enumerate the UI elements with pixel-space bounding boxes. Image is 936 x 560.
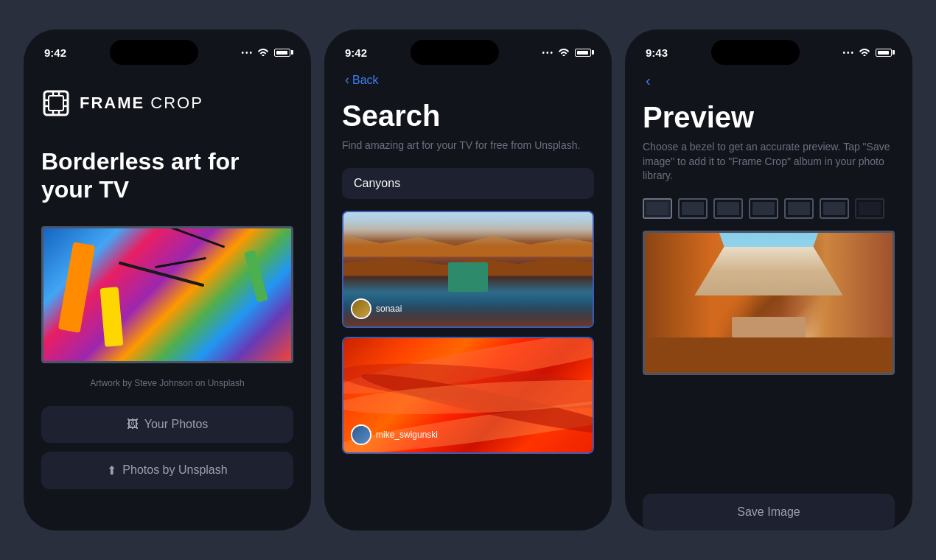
- phone-search: 9:42 ••• ‹ Back Search Find amazing art …: [324, 29, 612, 531]
- phone-preview: 9:43 ••• ‹ Preview Choose a bezel to get…: [625, 29, 912, 531]
- canyon-path: [732, 317, 806, 338]
- search-subtitle: Find amazing art for your TV for free fr…: [342, 139, 594, 153]
- photos-icon: 🖼: [127, 418, 139, 431]
- save-image-button[interactable]: Save Image: [643, 494, 895, 531]
- preview-screen-content: ‹ Preview Choose a bezel to get an accur…: [625, 66, 912, 531]
- result-1-author: sonaai: [351, 298, 402, 319]
- preview-frame: [643, 231, 895, 375]
- bezel-inner-2: [682, 202, 704, 215]
- status-time-search: 9:42: [345, 46, 367, 59]
- wifi-icon: [257, 47, 269, 58]
- bezel-option-4[interactable]: [749, 198, 778, 219]
- chevron-left-icon: ‹: [345, 72, 349, 88]
- status-time-home: 9:42: [44, 46, 66, 59]
- chevron-left-preview-icon: ‹: [646, 72, 651, 89]
- preview-title: Preview: [643, 101, 895, 134]
- brushstroke-green: [244, 250, 268, 302]
- home-screen-content: FRAME CROP Borderless art for your TV Ar…: [24, 66, 311, 531]
- result-1-avatar: [351, 298, 371, 319]
- wifi-icon-search: [558, 47, 570, 58]
- bezel-inner-5: [788, 202, 810, 215]
- svg-rect-1: [49, 96, 63, 111]
- status-bar-home: 9:42 •••: [24, 29, 311, 66]
- bezel-option-5[interactable]: [784, 198, 814, 219]
- brushstroke-line1: [169, 228, 225, 248]
- status-icons-home: •••: [241, 47, 290, 58]
- artwork-image: [43, 228, 291, 361]
- brushstroke-orange: [58, 242, 95, 332]
- back-button-preview[interactable]: ‹: [643, 72, 895, 89]
- bezel-option-1[interactable]: [643, 198, 672, 219]
- search-screen-content: ‹ Back Search Find amazing art for your …: [324, 66, 612, 531]
- photos-unsplash-button[interactable]: ⬆ Photos by Unsplash: [41, 452, 293, 489]
- result-2-author: mike_swigunski: [351, 424, 438, 445]
- canyon-ground: [645, 337, 893, 373]
- wifi-icon-preview: [859, 47, 870, 58]
- status-bar-preview: 9:43 •••: [625, 29, 912, 66]
- result-2-avatar: [351, 424, 371, 445]
- search-input-wrapper[interactable]: Canyons: [342, 168, 594, 199]
- svg-rect-0: [44, 91, 68, 115]
- canyon-river: [448, 262, 488, 292]
- bezel-option-3[interactable]: [713, 198, 743, 219]
- bezel-inner-6: [823, 202, 845, 215]
- notch-preview: [711, 40, 800, 65]
- status-icons-search: •••: [542, 47, 591, 58]
- notch-search: [411, 40, 499, 65]
- brushstroke-line2: [155, 257, 206, 268]
- canyon-close-image: [645, 233, 893, 373]
- dots-icon: •••: [241, 49, 254, 57]
- logo-text: FRAME CROP: [80, 94, 203, 113]
- bezel-selector-row: [643, 198, 895, 219]
- bezel-option-7[interactable]: [855, 198, 884, 219]
- bezel-inner-3: [717, 202, 739, 215]
- canyon-sky: [343, 212, 593, 247]
- phone-home: 9:42 •••: [24, 29, 311, 531]
- logo-icon: [41, 88, 71, 118]
- preview-subtitle: Choose a bezel to get an accurate previe…: [643, 140, 895, 183]
- search-title: Search: [342, 99, 594, 133]
- dots-icon-preview: •••: [842, 49, 855, 57]
- home-headline: Borderless art for your TV: [41, 147, 293, 204]
- app-logo: FRAME CROP: [41, 88, 293, 118]
- status-icons-preview: •••: [842, 47, 892, 58]
- brushstroke-yellow: [100, 287, 124, 347]
- back-button-search[interactable]: ‹ Back: [342, 72, 594, 88]
- battery-icon-preview: [876, 49, 892, 57]
- bezel-inner-4: [752, 202, 775, 215]
- bezel-option-2[interactable]: [678, 198, 708, 219]
- search-result-1[interactable]: sonaai: [342, 211, 594, 328]
- unsplash-icon: ⬆: [107, 463, 116, 477]
- search-results-list: sonaai mike_swigunski: [342, 211, 594, 531]
- status-time-preview: 9:43: [646, 46, 668, 59]
- search-input[interactable]: Canyons: [354, 177, 582, 190]
- bezel-option-6[interactable]: [820, 198, 849, 219]
- battery-icon-home: [274, 49, 290, 57]
- bezel-inner-1: [646, 202, 668, 215]
- your-photos-button[interactable]: 🖼 Your Photos: [41, 406, 293, 443]
- artwork-frame: [41, 226, 293, 363]
- search-result-2[interactable]: mike_swigunski: [342, 337, 594, 454]
- bezel-inner-7: [859, 202, 881, 215]
- battery-icon-search: [575, 49, 591, 57]
- status-bar-search: 9:42 •••: [324, 29, 612, 66]
- notch-home: [110, 40, 198, 65]
- artwork-credit: Artwork by Steve Johnson on Unsplash: [41, 378, 293, 388]
- dots-icon-search: •••: [542, 49, 554, 57]
